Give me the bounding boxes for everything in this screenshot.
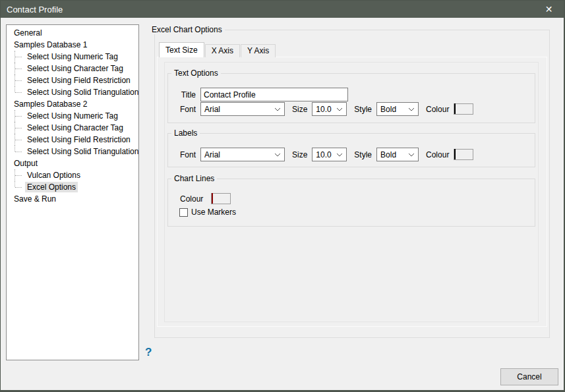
tree-item[interactable]: Select Using Solid Triangulation xyxy=(7,86,138,98)
tree-item-label: Select Using Character Tag xyxy=(25,123,125,133)
chevron-down-icon xyxy=(408,153,415,157)
size-select-value: 10.0 xyxy=(316,105,331,114)
window-title: Contact Profile xyxy=(1,5,63,14)
use-markers-label: Use Markers xyxy=(191,208,236,217)
close-icon: ✕ xyxy=(545,4,553,14)
tree-connector xyxy=(15,169,23,181)
tree-item-label: Samples Database 2 xyxy=(12,99,89,109)
tree-item-label: Select Using Field Restriction xyxy=(25,134,133,145)
chevron-down-icon xyxy=(274,153,281,157)
font-label: Font xyxy=(173,105,196,114)
tree-item-label: Select Using Solid Triangulation xyxy=(25,146,139,157)
title-colour-swatch[interactable] xyxy=(454,103,473,115)
size-select[interactable]: 10.0 xyxy=(312,102,347,116)
style-select[interactable]: Bold xyxy=(376,102,419,116)
tree-item[interactable]: Select Using Solid Triangulation xyxy=(7,146,138,157)
title-input[interactable] xyxy=(200,88,348,101)
colour-fill xyxy=(212,193,213,204)
colour-label: Colour xyxy=(426,150,449,159)
title-label: Title xyxy=(173,90,196,99)
tree-item-label: Select Using Numeric Tag xyxy=(25,111,120,121)
tab-strip: Text Size X Axis Y Axis xyxy=(159,42,276,57)
tree-item[interactable]: Select Using Character Tag xyxy=(7,63,138,74)
text-options-group-label: Text Options xyxy=(171,69,221,78)
tree-connector xyxy=(15,63,23,74)
tree-connector xyxy=(15,146,23,157)
tree-connector xyxy=(15,86,23,98)
labels-font-row: Font Arial Size 10.0 Style Bold Colour xyxy=(168,148,535,161)
tree-connector xyxy=(15,51,23,63)
labels-font-select[interactable]: Arial xyxy=(200,148,285,161)
line-colour-swatch[interactable] xyxy=(211,193,231,204)
tree-item-label: Select Using Numeric Tag xyxy=(25,51,120,62)
colour-fill xyxy=(454,149,456,159)
tree-item[interactable]: Select Using Character Tag xyxy=(7,122,138,134)
tab-x-axis[interactable]: X Axis xyxy=(205,44,240,57)
style-label: Style xyxy=(354,105,372,114)
tree-connector xyxy=(15,181,23,193)
tree-item-label: Select Using Character Tag xyxy=(25,63,125,74)
tree-item[interactable]: General xyxy=(7,27,138,39)
tree-item-label: General xyxy=(12,28,44,38)
tree-item[interactable]: Vulcan Options xyxy=(7,169,138,181)
tree-item[interactable]: Select Using Numeric Tag xyxy=(7,51,138,63)
labels-style-select[interactable]: Bold xyxy=(376,148,419,161)
text-font-row: Font Arial Size 10.0 Style Bold Colour xyxy=(168,102,535,116)
tab-y-axis[interactable]: Y Axis xyxy=(241,44,276,57)
style-label: Style xyxy=(354,150,372,159)
title-row: Title xyxy=(168,88,535,101)
tree-connector xyxy=(15,122,23,134)
font-select-value: Arial xyxy=(204,105,220,114)
tree-item[interactable]: Select Using Field Restriction xyxy=(7,74,138,86)
chevron-down-icon xyxy=(336,153,343,157)
colour-fill xyxy=(454,103,456,114)
style-select-value: Bold xyxy=(380,105,396,114)
labels-colour-swatch[interactable] xyxy=(454,149,473,160)
tree-item-label: Samples Database 1 xyxy=(12,40,89,50)
line-colour-row: Colour xyxy=(168,193,535,204)
tree-item-label: Vulcan Options xyxy=(25,170,82,181)
labels-group-label: Labels xyxy=(171,128,200,138)
titlebar: Contact Profile xyxy=(1,1,564,18)
tree-item-label: Output xyxy=(12,158,40,169)
tree-item[interactable]: Excel Options xyxy=(7,181,138,193)
colour-label: Colour xyxy=(426,105,449,114)
close-button[interactable]: ✕ xyxy=(534,1,564,18)
tree-connector xyxy=(15,134,23,146)
tree-item[interactable]: Save & Run xyxy=(7,193,138,205)
dialog-window: Contact Profile ✕ GeneralSamples Databas… xyxy=(0,0,565,392)
size-label: Size xyxy=(292,150,307,159)
tree-item[interactable]: Select Using Numeric Tag xyxy=(7,110,138,122)
font-select[interactable]: Arial xyxy=(200,102,285,116)
tree-item[interactable]: Output xyxy=(7,157,138,169)
nav-tree: GeneralSamples Database 1Select Using Nu… xyxy=(6,24,139,360)
tree-connector xyxy=(15,110,23,122)
labels-size-select[interactable]: 10.0 xyxy=(312,148,347,161)
use-markers-row: Use Markers xyxy=(168,208,535,217)
cancel-button[interactable]: Cancel xyxy=(500,368,558,385)
size-select-value: 10.0 xyxy=(316,150,331,159)
chevron-down-icon xyxy=(408,107,415,111)
group-title: Excel Chart Options xyxy=(151,25,225,34)
style-select-value: Bold xyxy=(380,150,396,159)
font-label: Font xyxy=(173,150,196,159)
help-icon[interactable]: ? xyxy=(145,346,152,359)
tree-item[interactable]: Samples Database 2 xyxy=(7,98,138,110)
chart-lines-group: Chart Lines Colour Use Markers xyxy=(167,179,535,227)
tree-item-label: Select Using Field Restriction xyxy=(25,75,133,86)
labels-group: Labels Font Arial Size 10.0 Style Bold C… xyxy=(167,133,535,167)
size-label: Size xyxy=(292,105,307,114)
tree-connector xyxy=(15,74,23,86)
use-markers-checkbox[interactable] xyxy=(179,208,188,217)
colour-label: Colour xyxy=(180,194,203,204)
tree-item-label: Select Using Solid Triangulation xyxy=(25,87,139,98)
tab-text-size[interactable]: Text Size xyxy=(159,42,204,57)
tree-item-label: Excel Options xyxy=(25,182,78,192)
chart-lines-group-label: Chart Lines xyxy=(171,174,217,183)
tree-item[interactable]: Select Using Field Restriction xyxy=(7,134,138,146)
tree-item-label: Save & Run xyxy=(12,194,58,204)
chevron-down-icon xyxy=(274,107,281,111)
chevron-down-icon xyxy=(336,107,343,111)
tree-item[interactable]: Samples Database 1 xyxy=(7,39,138,51)
text-options-group: Text Options Title Font Arial Size 10.0 … xyxy=(167,73,535,123)
